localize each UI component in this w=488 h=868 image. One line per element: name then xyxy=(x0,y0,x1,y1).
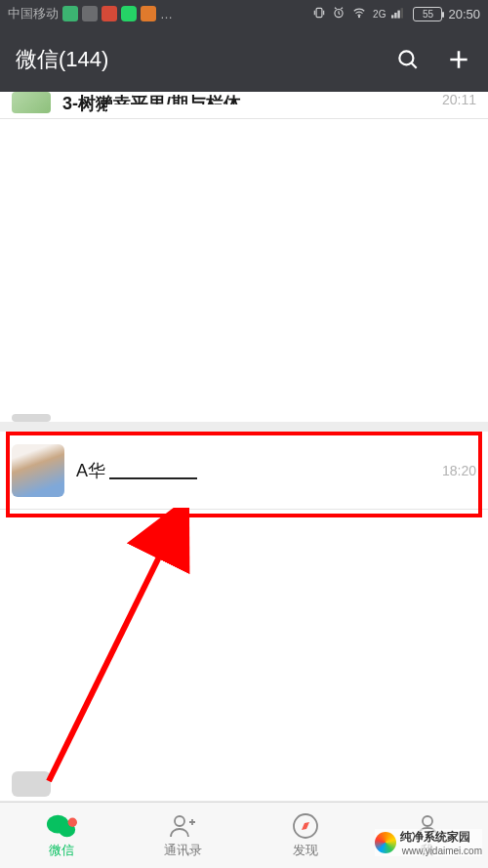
wifi-icon xyxy=(351,6,367,22)
chat-row-partial-top[interactable]: 3-树獭幸平里/期与栏体 20:11 xyxy=(0,92,488,119)
svg-point-2 xyxy=(359,16,360,17)
svg-rect-3 xyxy=(391,15,393,18)
svg-point-11 xyxy=(67,817,76,826)
vibrate-icon xyxy=(312,6,326,22)
chat-row-highlighted[interactable]: A华 18:20 xyxy=(0,432,488,510)
clock-time: 20:50 xyxy=(448,7,480,21)
alarm-icon xyxy=(332,6,346,22)
censored-name-part xyxy=(109,462,197,479)
svg-point-12 xyxy=(175,816,184,826)
svg-rect-0 xyxy=(316,8,322,17)
compass-icon xyxy=(290,812,321,840)
blank-area xyxy=(0,119,488,412)
censor-bar xyxy=(98,777,312,797)
tab-contacts[interactable]: 通讯录 xyxy=(122,803,244,868)
watermark-logo xyxy=(375,832,396,853)
chat-bubble-icon xyxy=(46,812,77,840)
chat-row-partial-bottom[interactable] xyxy=(0,771,488,801)
status-bar: 中国移动 … 2G 55 20:50 xyxy=(0,0,488,27)
status-left: 中国移动 … xyxy=(8,5,173,22)
chat-list: 3-树獭幸平里/期与栏体 20:11 A华 18:20 xyxy=(0,92,488,801)
chat-time: 20:11 xyxy=(442,92,476,107)
svg-rect-4 xyxy=(395,13,397,19)
network-type: 2G xyxy=(373,9,386,20)
battery-percent: 55 xyxy=(423,9,433,20)
app-icon-1 xyxy=(62,6,78,21)
tab-label: 发现 xyxy=(293,842,318,859)
tab-label: 通讯录 xyxy=(164,842,202,859)
svg-rect-6 xyxy=(401,8,403,18)
carrier-label: 中国移动 xyxy=(8,5,59,22)
chat-time: 18:20 xyxy=(442,463,476,478)
battery-indicator: 55 xyxy=(413,7,442,21)
more-dots: … xyxy=(160,7,173,21)
avatar xyxy=(12,771,51,797)
section-gap xyxy=(0,422,488,432)
app-icon-3 xyxy=(102,6,117,21)
svg-rect-5 xyxy=(398,10,400,18)
tab-discover[interactable]: 发现 xyxy=(244,803,366,868)
search-button[interactable] xyxy=(394,46,422,73)
blank-area xyxy=(0,510,488,771)
chat-row-sliver[interactable] xyxy=(0,412,488,422)
signal-icon xyxy=(391,7,407,21)
status-right: 2G 55 20:50 xyxy=(312,6,480,22)
watermark-text: 纯净系统家园 xyxy=(400,829,482,846)
svg-point-14 xyxy=(423,816,432,826)
avatar xyxy=(12,92,51,113)
add-button[interactable] xyxy=(445,46,472,73)
contacts-icon xyxy=(168,812,199,840)
watermark: 纯净系统家园 www.yidaimei.com xyxy=(375,829,482,856)
tab-label: 微信 xyxy=(49,842,74,859)
watermark-url: www.yidaimei.com xyxy=(402,846,482,856)
page-title: 微信(144) xyxy=(16,45,371,74)
tab-wechat[interactable]: 微信 xyxy=(0,803,122,868)
censor-bar xyxy=(107,104,303,116)
chat-name: A华 xyxy=(76,459,105,482)
app-icon-2 xyxy=(82,6,98,21)
avatar xyxy=(12,444,64,497)
app-icon-4 xyxy=(141,6,156,21)
avatar xyxy=(12,414,51,422)
whatsapp-icon xyxy=(121,6,137,21)
nav-bar: 微信(144) xyxy=(0,27,488,92)
